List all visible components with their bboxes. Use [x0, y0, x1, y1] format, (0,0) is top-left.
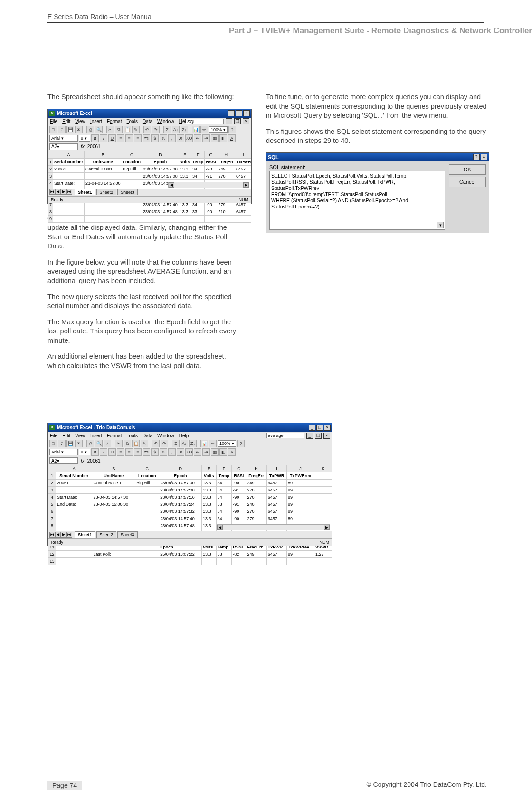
align-left-icon[interactable]: ≡: [117, 448, 124, 456]
fontcolor-icon[interactable]: A: [228, 448, 236, 456]
close-icon[interactable]: ×: [324, 425, 331, 431]
data-cell[interactable]: 34: [191, 165, 205, 172]
col-header[interactable]: A: [53, 151, 85, 158]
data-cell[interactable]: -91: [232, 501, 246, 508]
col-header[interactable]: E: [202, 465, 216, 472]
col-header[interactable]: A: [56, 465, 92, 472]
data-cell[interactable]: 13.3: [179, 208, 191, 215]
tab-nav-next-icon[interactable]: ▶: [61, 189, 66, 195]
max-icon[interactable]: □: [236, 110, 242, 116]
data-cell[interactable]: 240: [246, 501, 266, 508]
data-cell[interactable]: [92, 515, 135, 522]
data-cell[interactable]: -90: [205, 165, 217, 172]
data-cell[interactable]: 1.27: [314, 551, 332, 558]
child-max-icon[interactable]: ❐: [234, 118, 241, 124]
row-header[interactable]: 4: [48, 179, 53, 187]
data-cell[interactable]: 6457: [266, 494, 286, 501]
data-cell[interactable]: -90: [232, 480, 246, 487]
header-cell[interactable]: [314, 472, 332, 480]
col-header[interactable]: H: [217, 151, 235, 158]
open-icon[interactable]: ⤴: [58, 440, 66, 447]
data-cell[interactable]: 6457: [266, 515, 286, 522]
data-cell[interactable]: [202, 558, 216, 565]
data-cell[interactable]: 13.3: [202, 494, 216, 501]
data-cell[interactable]: [314, 558, 332, 565]
underline-icon[interactable]: U: [108, 448, 116, 456]
data-cell[interactable]: 249: [217, 165, 235, 172]
align-right-icon[interactable]: ≡: [134, 134, 142, 142]
sort-desc-icon[interactable]: Z↓: [180, 126, 188, 133]
percent-icon[interactable]: %: [160, 448, 167, 456]
data-cell[interactable]: 89: [287, 480, 314, 487]
row-header[interactable]: 2: [48, 165, 53, 172]
data-cell[interactable]: 6457: [266, 487, 286, 494]
data-cell[interactable]: 89: [287, 508, 314, 515]
fmtpaint-icon[interactable]: ✎: [132, 126, 140, 133]
menu-insert[interactable]: Insert: [90, 433, 102, 438]
data-cell[interactable]: [92, 508, 135, 515]
data-cell[interactable]: 6457: [266, 501, 286, 508]
mail-icon[interactable]: ✉: [75, 440, 83, 447]
drawing-icon[interactable]: ✏: [209, 440, 217, 447]
child-close-icon[interactable]: ×: [323, 433, 330, 439]
fill-icon[interactable]: ◧: [219, 448, 227, 456]
menu-tools[interactable]: Tools: [127, 119, 138, 124]
save-icon[interactable]: 💾: [66, 126, 74, 133]
check-icon[interactable]: ✓: [104, 440, 111, 447]
data-cell[interactable]: [314, 515, 332, 522]
menu-data[interactable]: Data: [142, 119, 152, 124]
data-cell[interactable]: 34: [216, 494, 232, 501]
header-cell[interactable]: Temp: [191, 158, 205, 165]
sheet-tab-1[interactable]: Sheet1: [75, 531, 95, 538]
tab-nav-prev-icon[interactable]: ◀: [55, 189, 61, 195]
borders-icon[interactable]: ▦: [211, 448, 218, 456]
header-cell[interactable]: Temp: [216, 472, 232, 480]
save-icon[interactable]: 💾: [66, 440, 74, 447]
header-cell[interactable]: RSSI: [232, 472, 246, 480]
print-icon[interactable]: ⎙: [86, 126, 94, 133]
data-cell[interactable]: 13.3: [202, 487, 216, 494]
data-cell[interactable]: 23-04-03 14:57:00: [85, 179, 122, 187]
data-cell[interactable]: 270: [246, 487, 266, 494]
header-cell[interactable]: UnitName: [92, 472, 135, 480]
data-cell[interactable]: [232, 558, 246, 565]
data-cell[interactable]: [179, 215, 191, 222]
zoom-combo[interactable]: 100%▾: [209, 126, 228, 133]
data-cell[interactable]: 23/04/03 14:57:00: [159, 480, 202, 487]
sort-desc-icon[interactable]: Z↓: [189, 440, 197, 447]
paste-icon[interactable]: 📋: [124, 126, 131, 133]
data-cell[interactable]: Central Base1: [85, 165, 122, 172]
data-cell[interactable]: 23/04/03 14:57:08: [159, 487, 202, 494]
data-cell[interactable]: 6457: [266, 551, 286, 558]
data-cell[interactable]: [314, 494, 332, 501]
indent-inc-icon[interactable]: ⇥: [202, 134, 210, 142]
sql-textarea[interactable]: SELECT StatusPoll.Epoch, StatusPoll.Volt…: [269, 171, 445, 230]
chart-icon[interactable]: 📊: [192, 126, 200, 133]
data-cell[interactable]: -91: [205, 172, 217, 179]
data-cell[interactable]: [314, 501, 332, 508]
sheet-tab-1[interactable]: Sheet1: [75, 189, 95, 195]
data-cell[interactable]: 13.3: [202, 522, 216, 529]
help-search-input[interactable]: [186, 119, 224, 124]
data-cell[interactable]: 23/04/03 14:57:48: [142, 208, 179, 215]
row-header[interactable]: 7: [48, 515, 56, 522]
data-cell[interactable]: -82: [232, 551, 246, 558]
data-cell[interactable]: -91: [232, 487, 246, 494]
help-search-input[interactable]: [266, 433, 304, 438]
font-combo[interactable]: Arial▾: [49, 135, 78, 142]
fx-icon[interactable]: fx: [81, 144, 85, 149]
menu-window[interactable]: Window: [157, 433, 174, 438]
data-cell[interactable]: 34: [191, 172, 205, 179]
preview-icon[interactable]: 🔍: [95, 126, 103, 133]
indent-inc-icon[interactable]: ⇥: [202, 448, 210, 456]
undo-icon[interactable]: ↶: [152, 440, 160, 447]
header-cell[interactable]: RSSI: [205, 158, 217, 165]
mail-icon[interactable]: ✉: [75, 126, 83, 133]
data-cell[interactable]: 34: [216, 487, 232, 494]
sheet-tab-3[interactable]: Sheet3: [117, 531, 138, 538]
tab-nav-last-icon[interactable]: ⏭: [66, 532, 72, 538]
menu-format[interactable]: Format: [107, 433, 122, 438]
new-icon[interactable]: □: [49, 440, 57, 447]
dec-dec-icon[interactable]: .00: [185, 448, 193, 456]
header-cell[interactable]: Location: [135, 472, 159, 480]
